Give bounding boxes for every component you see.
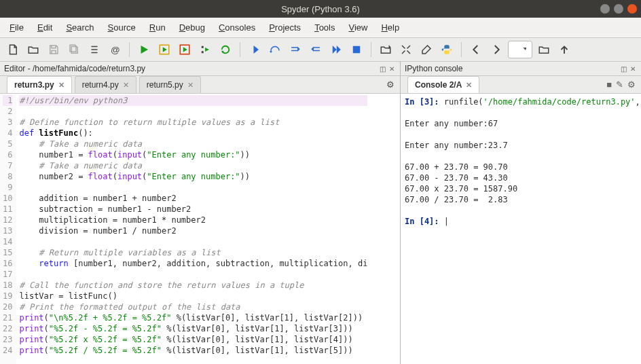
run-cell-advance-icon[interactable] (176, 41, 194, 58)
window-controls (600, 4, 637, 14)
cwd-icon[interactable] (377, 41, 395, 58)
menu-file[interactable]: File (4, 20, 29, 35)
debug-step-over-icon[interactable] (266, 41, 284, 58)
debug-step-in-icon[interactable] (287, 41, 304, 58)
pane-close-icon[interactable]: ✕ (388, 65, 396, 73)
options-icon[interactable]: ✎ (616, 79, 623, 90)
console-pane-header: IPython console ◫ ✕ (401, 62, 641, 76)
main-toolbar: @ (0, 38, 641, 62)
back-icon[interactable] (467, 41, 485, 58)
close-icon[interactable]: ✕ (187, 81, 194, 90)
close-button[interactable] (627, 4, 637, 14)
cwd-dropdown[interactable] (508, 41, 532, 58)
toolbar-separator (240, 42, 240, 57)
debug-stop-icon[interactable] (348, 41, 365, 58)
tab-label: return5.py (147, 80, 183, 90)
maximize-button[interactable] (614, 4, 623, 14)
toolbar-separator (129, 42, 130, 57)
pane-undock-icon[interactable]: ◫ (378, 65, 386, 73)
debug-step-out-icon[interactable] (307, 41, 325, 58)
window-title: Spyder (Python 3.6) (281, 4, 360, 14)
editor-tabs: return3.py✕return4.py✕return5.py✕⚙ (0, 76, 400, 94)
svg-rect-4 (353, 46, 361, 54)
console-output[interactable]: In [3]: runfile('/home/fahmida/code/retu… (401, 94, 641, 364)
menu-source[interactable]: Source (103, 20, 141, 35)
new-file-icon[interactable] (4, 41, 22, 58)
console-tab-label: Console 2/A (415, 80, 462, 90)
forward-icon[interactable] (488, 41, 505, 58)
menu-projects[interactable]: Projects (263, 20, 306, 35)
editor-pane-title: Editor - /home/fahmida/code/return3.py (4, 64, 145, 73)
svg-point-3 (270, 51, 272, 53)
close-icon[interactable]: ✕ (58, 81, 65, 90)
run-cell-icon[interactable] (155, 41, 173, 58)
menu-debug[interactable]: Debug (174, 20, 210, 35)
console-pane: IPython console ◫ ✕ Console 2/A ✕ ■ ✎ ⚙ … (401, 62, 641, 364)
editor-pane-header: Editor - /home/fahmida/code/return3.py ◫… (0, 62, 400, 76)
toolbar-separator (371, 42, 371, 57)
console-tabs: Console 2/A ✕ ■ ✎ ⚙ (401, 76, 641, 94)
parent-dir-icon[interactable] (555, 41, 573, 58)
editor-pane: Editor - /home/fahmida/code/return3.py ◫… (0, 62, 401, 364)
debug-continue-icon[interactable] (327, 41, 345, 58)
minimize-button[interactable] (600, 4, 610, 14)
open-file-icon[interactable] (24, 41, 42, 58)
list-icon[interactable] (86, 41, 103, 58)
run-selection-icon[interactable] (196, 41, 214, 58)
stop-kernel-icon[interactable]: ■ (606, 79, 612, 90)
at-icon[interactable]: @ (106, 41, 124, 58)
tab-label: return3.py (14, 80, 54, 90)
debug-step-icon[interactable] (246, 41, 263, 58)
svg-text:@: @ (111, 45, 120, 55)
preferences-icon[interactable] (418, 41, 435, 58)
gear-icon[interactable]: ⚙ (381, 77, 400, 92)
console-pane-title: IPython console (405, 64, 462, 73)
menu-help[interactable]: Help (376, 20, 405, 35)
python-path-icon[interactable] (438, 41, 456, 58)
code-content[interactable]: #!/usr/bin/env python3 # Define function… (16, 94, 370, 364)
editor-tab[interactable]: return4.py✕ (75, 76, 136, 93)
run-icon[interactable] (135, 41, 153, 58)
menu-consoles[interactable]: Consoles (213, 20, 261, 35)
menu-edit[interactable]: Edit (32, 20, 58, 35)
menu-search[interactable]: Search (60, 20, 99, 35)
toolbar-separator (461, 42, 462, 57)
line-number-gutter: 123456789101112131415161718192021222324 (0, 94, 16, 364)
code-editor[interactable]: 123456789101112131415161718192021222324 … (0, 94, 400, 364)
main-area: Editor - /home/fahmida/code/return3.py ◫… (0, 62, 641, 364)
tab-label: return4.py (82, 80, 119, 90)
editor-tab[interactable]: return5.py✕ (139, 76, 201, 93)
menu-run[interactable]: Run (144, 20, 171, 35)
close-icon[interactable]: ✕ (466, 81, 472, 90)
save-icon[interactable] (45, 41, 62, 58)
save-all-icon[interactable] (65, 41, 83, 58)
window-titlebar: Spyder (Python 3.6) (0, 0, 641, 18)
maximize-pane-icon[interactable] (397, 41, 415, 58)
rerun-icon[interactable] (217, 41, 234, 58)
gear-icon[interactable]: ⚙ (627, 79, 636, 90)
console-tab[interactable]: Console 2/A ✕ (407, 76, 479, 93)
browse-cwd-icon[interactable] (535, 41, 553, 58)
editor-tab[interactable]: return3.py✕ (7, 76, 72, 93)
pane-undock-icon[interactable]: ◫ (619, 65, 627, 73)
menubar: FileEditSearchSourceRunDebugConsolesProj… (0, 18, 641, 38)
pane-close-icon[interactable]: ✕ (629, 65, 637, 73)
menu-view[interactable]: View (343, 20, 373, 35)
menu-tools[interactable]: Tools (309, 20, 340, 35)
close-icon[interactable]: ✕ (123, 81, 129, 90)
